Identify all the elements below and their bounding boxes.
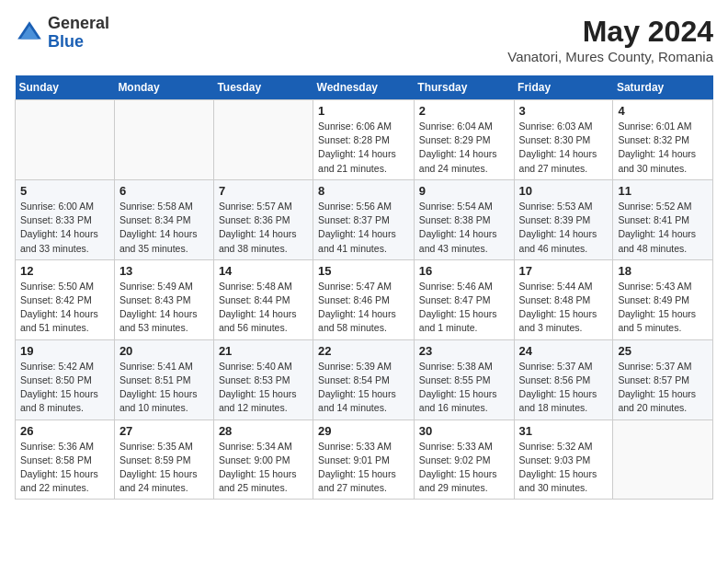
day-number: 13 [119,264,209,278]
day-number: 12 [20,264,109,278]
day-info: Sunrise: 6:04 AMSunset: 8:29 PMDaylight:… [419,120,509,176]
day-number: 6 [119,184,209,198]
day-info: Sunrise: 5:42 AMSunset: 8:50 PMDaylight:… [20,360,109,416]
page-header: General Blue May 2024 Vanatori, Mures Co… [15,15,713,64]
day-number: 5 [20,184,109,198]
day-number: 27 [119,424,209,438]
calendar-cell: 28Sunrise: 5:34 AMSunset: 9:00 PMDayligh… [213,419,313,500]
day-number: 21 [219,344,308,358]
day-info: Sunrise: 5:37 AMSunset: 8:57 PMDaylight:… [618,360,708,416]
day-number: 10 [519,184,609,198]
day-info: Sunrise: 5:40 AMSunset: 8:53 PMDaylight:… [219,360,308,416]
day-number: 22 [318,344,409,358]
weekday-header-thursday: Thursday [414,75,514,100]
title-block: May 2024 Vanatori, Mures County, Romania [507,15,713,64]
day-number: 11 [618,184,708,198]
day-info: Sunrise: 5:36 AMSunset: 8:58 PMDaylight:… [20,440,109,496]
calendar-cell: 20Sunrise: 5:41 AMSunset: 8:51 PMDayligh… [114,339,213,419]
day-info: Sunrise: 5:58 AMSunset: 8:34 PMDaylight:… [119,200,209,256]
day-number: 1 [318,104,409,118]
day-info: Sunrise: 5:46 AMSunset: 8:47 PMDaylight:… [419,280,509,336]
weekday-header-wednesday: Wednesday [313,75,415,100]
day-info: Sunrise: 5:35 AMSunset: 8:59 PMDaylight:… [119,440,209,496]
weekday-header-tuesday: Tuesday [213,75,313,100]
week-row-2: 5Sunrise: 6:00 AMSunset: 8:33 PMDaylight… [16,179,713,259]
calendar-cell [114,100,213,180]
calendar-cell: 30Sunrise: 5:33 AMSunset: 9:02 PMDayligh… [414,419,514,500]
day-number: 24 [519,344,609,358]
calendar-cell: 6Sunrise: 5:58 AMSunset: 8:34 PMDaylight… [114,179,213,259]
day-number: 30 [419,424,509,438]
calendar-cell: 14Sunrise: 5:48 AMSunset: 8:44 PMDayligh… [213,259,313,339]
calendar-cell [213,100,313,180]
calendar-cell: 27Sunrise: 5:35 AMSunset: 8:59 PMDayligh… [114,419,213,500]
day-number: 29 [318,424,409,438]
calendar-cell: 9Sunrise: 5:54 AMSunset: 8:38 PMDaylight… [414,179,514,259]
day-info: Sunrise: 5:38 AMSunset: 8:55 PMDaylight:… [419,360,509,416]
week-row-5: 26Sunrise: 5:36 AMSunset: 8:58 PMDayligh… [16,419,713,500]
calendar-cell: 21Sunrise: 5:40 AMSunset: 8:53 PMDayligh… [213,339,313,419]
day-number: 23 [419,344,509,358]
calendar-cell [16,100,115,180]
logo-text: General Blue [48,15,109,52]
calendar-cell: 1Sunrise: 6:06 AMSunset: 8:28 PMDaylight… [313,100,415,180]
logo-icon [15,18,44,48]
day-info: Sunrise: 5:56 AMSunset: 8:37 PMDaylight:… [318,200,409,256]
day-number: 9 [419,184,509,198]
day-info: Sunrise: 5:43 AMSunset: 8:49 PMDaylight:… [618,280,708,336]
calendar-cell: 23Sunrise: 5:38 AMSunset: 8:55 PMDayligh… [414,339,514,419]
calendar-cell: 12Sunrise: 5:50 AMSunset: 8:42 PMDayligh… [16,259,115,339]
calendar-cell: 24Sunrise: 5:37 AMSunset: 8:56 PMDayligh… [514,339,613,419]
day-number: 15 [318,264,409,278]
calendar-cell: 11Sunrise: 5:52 AMSunset: 8:41 PMDayligh… [613,179,713,259]
logo-blue: Blue [48,33,109,52]
calendar-cell: 4Sunrise: 6:01 AMSunset: 8:32 PMDaylight… [613,100,713,180]
day-info: Sunrise: 5:57 AMSunset: 8:36 PMDaylight:… [219,200,308,256]
calendar-cell: 5Sunrise: 6:00 AMSunset: 8:33 PMDaylight… [16,179,115,259]
day-info: Sunrise: 5:34 AMSunset: 9:00 PMDaylight:… [219,440,308,496]
day-info: Sunrise: 5:37 AMSunset: 8:56 PMDaylight:… [519,360,609,416]
calendar-cell: 3Sunrise: 6:03 AMSunset: 8:30 PMDaylight… [514,100,613,180]
week-row-4: 19Sunrise: 5:42 AMSunset: 8:50 PMDayligh… [16,339,713,419]
weekday-header-saturday: Saturday [613,75,713,100]
day-info: Sunrise: 5:41 AMSunset: 8:51 PMDaylight:… [119,360,209,416]
day-info: Sunrise: 5:50 AMSunset: 8:42 PMDaylight:… [20,280,109,336]
day-info: Sunrise: 6:01 AMSunset: 8:32 PMDaylight:… [618,120,708,176]
calendar-cell: 13Sunrise: 5:49 AMSunset: 8:43 PMDayligh… [114,259,213,339]
weekday-header-friday: Friday [514,75,613,100]
day-info: Sunrise: 6:06 AMSunset: 8:28 PMDaylight:… [318,120,409,176]
day-number: 17 [519,264,609,278]
day-info: Sunrise: 5:32 AMSunset: 9:03 PMDaylight:… [519,440,609,496]
day-info: Sunrise: 5:49 AMSunset: 8:43 PMDaylight:… [119,280,209,336]
day-info: Sunrise: 5:39 AMSunset: 8:54 PMDaylight:… [318,360,409,416]
day-number: 14 [219,264,308,278]
day-info: Sunrise: 5:54 AMSunset: 8:38 PMDaylight:… [419,200,509,256]
weekday-header-monday: Monday [114,75,213,100]
calendar-cell: 10Sunrise: 5:53 AMSunset: 8:39 PMDayligh… [514,179,613,259]
calendar-cell: 15Sunrise: 5:47 AMSunset: 8:46 PMDayligh… [313,259,415,339]
calendar-cell: 19Sunrise: 5:42 AMSunset: 8:50 PMDayligh… [16,339,115,419]
day-number: 28 [219,424,308,438]
day-number: 26 [20,424,109,438]
day-number: 4 [618,104,708,118]
day-info: Sunrise: 5:33 AMSunset: 9:01 PMDaylight:… [318,440,409,496]
calendar-cell: 26Sunrise: 5:36 AMSunset: 8:58 PMDayligh… [16,419,115,500]
logo-general: General [48,15,109,33]
calendar-cell: 29Sunrise: 5:33 AMSunset: 9:01 PMDayligh… [313,419,415,500]
day-number: 7 [219,184,308,198]
calendar-cell: 16Sunrise: 5:46 AMSunset: 8:47 PMDayligh… [414,259,514,339]
calendar-cell: 2Sunrise: 6:04 AMSunset: 8:29 PMDaylight… [414,100,514,180]
calendar-cell: 18Sunrise: 5:43 AMSunset: 8:49 PMDayligh… [613,259,713,339]
weekday-header-row: SundayMondayTuesdayWednesdayThursdayFrid… [16,75,713,100]
day-number: 19 [20,344,109,358]
day-info: Sunrise: 5:52 AMSunset: 8:41 PMDaylight:… [618,200,708,256]
logo: General Blue [15,15,109,52]
day-info: Sunrise: 5:53 AMSunset: 8:39 PMDaylight:… [519,200,609,256]
week-row-1: 1Sunrise: 6:06 AMSunset: 8:28 PMDaylight… [16,100,713,180]
week-row-3: 12Sunrise: 5:50 AMSunset: 8:42 PMDayligh… [16,259,713,339]
calendar-cell: 17Sunrise: 5:44 AMSunset: 8:48 PMDayligh… [514,259,613,339]
day-info: Sunrise: 5:47 AMSunset: 8:46 PMDaylight:… [318,280,409,336]
calendar-cell: 25Sunrise: 5:37 AMSunset: 8:57 PMDayligh… [613,339,713,419]
day-number: 25 [618,344,708,358]
month-year: May 2024 [507,15,713,49]
